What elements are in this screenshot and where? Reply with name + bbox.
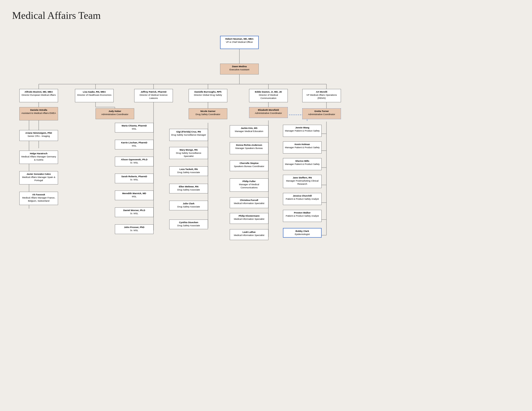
- node-jeffrey: Jeffrey Patrick, PharmD Director of Medi…: [134, 89, 173, 102]
- node-lisa: Lisa Saake, RN, MBA Director of Healthca…: [75, 89, 114, 102]
- node-alfredo: Alfredo Bozinni, MD, MBA Director Europe…: [19, 89, 58, 102]
- node-christina: Christina Purcell Medical Information Sp…: [230, 197, 268, 208]
- node-leza: Leza Tackett, RN Drug Safety Associate: [169, 166, 208, 176]
- node-cherrelle: Cherrelle Steptoe Speakers Bureau Coordi…: [230, 160, 268, 171]
- node-leah: Leah LaRue Medical Information Specialis…: [230, 229, 268, 240]
- page-title: Medical Affairs Team: [5, 5, 527, 21]
- page: Medical Affairs Team: [0, 0, 532, 411]
- node-eddie: Eddie Daston, Jr, MD, JD Director of Med…: [249, 89, 288, 102]
- node-elizabeth: Elizabeth Morefield Administrative Coord…: [249, 107, 288, 118]
- node-sherice: Sherice Mills Manager Patient & Product …: [283, 158, 322, 170]
- node-ariane: Ariane Nimmeigem, PhD Senior CRA - Imagi…: [19, 130, 58, 141]
- org-chart: Hebert Neuman, MD, MBA VP & Chief Medica…: [5, 21, 522, 408]
- node-karrie: Karrie Liuchan, PharmD MSL: [115, 140, 153, 149]
- node-dawn: Dawn Medina Executive Assistant: [220, 64, 259, 75]
- node-bobby: Bobby Clark Epidemiologist: [283, 228, 322, 238]
- node-sarah: Sarah Roberts, PharmD Sr. MSL: [115, 174, 153, 183]
- node-danielle: Danielle Burroughs, RPh Director Global …: [189, 89, 227, 102]
- node-kevin: Kevin Holman Manager Patient & Product S…: [283, 141, 322, 154]
- node-nicole: Nicole Garner Drug Safety Coordinator: [189, 108, 227, 119]
- node-gretta: Gretta Turner Administrative Coordinator: [302, 108, 341, 119]
- node-jennie: Jennie Wang Manager Patient & Product Sa…: [283, 125, 322, 137]
- node-jane: Jane Steffern, RN Manager Postmarketing …: [283, 175, 322, 188]
- node-cmo: Hebert Neuman, MD, MBA VP & Chief Medica…: [220, 36, 259, 49]
- node-maria: Maria Chianta, PharmD MSL: [115, 123, 153, 132]
- node-philip-k: Philip Klostermann Medical Information S…: [230, 213, 268, 224]
- node-daniela: Daniela Vetralla Assistant to Medical Af…: [19, 107, 58, 120]
- node-john: John Prosser, PhD Sr. MSL: [115, 224, 153, 234]
- node-judy: Judy Huber Administrative Coordinator: [95, 108, 134, 119]
- node-donna: Donna Richie-Anderson Manager Speakers B…: [230, 142, 268, 154]
- node-jessica: Jessica Churchill Patient & Product Safe…: [283, 193, 322, 205]
- node-cynthia: Cynthia Stuecken Drug Safety Associate: [169, 220, 208, 229]
- node-art: Art Morelli VP Medical Affairs Operation…: [302, 89, 341, 102]
- node-ellen: Ellen Weltmer, RN Drug Safety Associate: [169, 184, 208, 193]
- node-ak: Ak Fassouk Medical Affairs Manager Franc…: [19, 192, 58, 205]
- node-meredith: Meredith Warnick, MD MSL: [115, 190, 153, 200]
- node-javier: Javier Gonzalez Calvo Medical Affairs Ma…: [19, 171, 58, 185]
- node-mary: Mary Monge, RN Drug Safety Surveillance …: [169, 147, 208, 159]
- node-gigi: Gigi (Florida) Cruz, RN Drug Safety Surv…: [169, 129, 208, 141]
- node-jackie: Jackie Kim, MS Manager Medical Education: [230, 125, 268, 137]
- node-julie: Julie Clark Drug Safety Associate: [169, 201, 208, 210]
- node-philip-fuller: Philip Fuller Manager of Medical Communi…: [230, 178, 268, 192]
- node-preston: Preston Walker Patient & Product Safety …: [283, 210, 322, 222]
- node-helge: Helge Haratrsch Medical Affairs Manager …: [19, 151, 58, 164]
- node-daniel: Daniel Worner, Ph.D Sr. MSL: [115, 207, 153, 217]
- node-alison: Alison Ogonowski, Ph.D Sr. MSL: [115, 157, 153, 166]
